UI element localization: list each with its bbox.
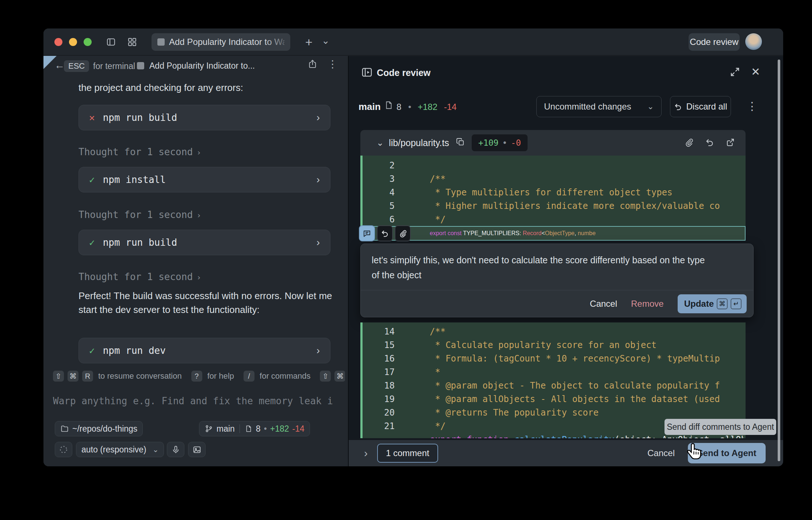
tab-add-popularity-indicator[interactable]: Add Popularity Indicator to Wa bbox=[152, 33, 290, 51]
code-text: * @returns The popularity score bbox=[430, 408, 598, 418]
code-line[interactable]: 18 * @param object - The object to calcu… bbox=[363, 379, 746, 392]
code-line[interactable]: 3/** bbox=[363, 172, 746, 186]
files-count: 8 bbox=[397, 102, 401, 112]
cmd-key-icon: ⌘ bbox=[717, 298, 728, 309]
question-key-icon: ? bbox=[191, 371, 202, 382]
open-external-icon[interactable] bbox=[725, 137, 735, 149]
share-icon[interactable] bbox=[307, 59, 318, 71]
collapse-chevron-icon[interactable]: ⌄ bbox=[376, 138, 384, 148]
attach-file-icon[interactable] bbox=[684, 137, 694, 149]
tab-task-icon bbox=[157, 38, 165, 46]
command-input[interactable]: Warp anything e.g. Find and fix the memo… bbox=[53, 395, 341, 406]
agent-message-success: Perfect! The build was successful with n… bbox=[78, 289, 334, 317]
microphone-button[interactable] bbox=[167, 442, 184, 457]
titlebar: Add Popularity Indicator to Wa + ⌄ Code … bbox=[43, 28, 783, 56]
thought-chevron-icon: › bbox=[196, 273, 201, 282]
model-selector-dropdown[interactable]: auto (responsive) ⌄ bbox=[76, 442, 164, 457]
minimize-window-button[interactable] bbox=[69, 38, 77, 46]
code-line[interactable]: 5 * Higher multipliers indicate more com… bbox=[363, 199, 746, 213]
agent-spinner-button[interactable] bbox=[55, 442, 72, 457]
pointer-cursor bbox=[685, 442, 704, 461]
kebab-menu-icon[interactable]: ⋮ bbox=[328, 58, 338, 70]
command-block-npm-run-build-failed[interactable]: ✕ npm run build › bbox=[78, 105, 330, 130]
code-line[interactable]: 6 */ bbox=[363, 213, 746, 226]
thought-row[interactable]: Thought for 1 second› bbox=[78, 146, 201, 157]
changes-filter-dropdown[interactable]: Uncommitted changes ⌄ bbox=[536, 96, 662, 117]
command-text: npm run dev bbox=[103, 345, 166, 356]
line-number: 3 bbox=[363, 174, 395, 184]
comment-bubble-button[interactable] bbox=[359, 225, 375, 241]
tab-list-chevron-icon[interactable]: ⌄ bbox=[319, 35, 332, 46]
code-line[interactable]: 15 * Calculate popularity score for an o… bbox=[363, 338, 746, 352]
code-line[interactable]: 4 * Type multipliers for different objec… bbox=[363, 186, 746, 199]
command-block-npm-install[interactable]: ✓ npm install › bbox=[78, 167, 330, 192]
line-number: 2 bbox=[363, 160, 395, 171]
diff-added-block: 2 3/** 4 * Type multipliers for differen… bbox=[360, 156, 746, 241]
terminal-pane: ← ESC for terminal Add Popularity Indica… bbox=[43, 56, 348, 466]
command-text: npm run build bbox=[103, 237, 177, 248]
command-block-npm-run-dev[interactable]: ✓ npm run dev › bbox=[78, 338, 330, 363]
comment-cancel-button[interactable]: Cancel bbox=[590, 299, 617, 309]
comment-update-button[interactable]: Update ⌘ ↵ bbox=[678, 294, 747, 313]
expand-panel-icon[interactable] bbox=[729, 66, 741, 79]
code-line[interactable]: 2 bbox=[363, 158, 746, 172]
comment-line: of the object bbox=[372, 268, 742, 283]
close-window-button[interactable] bbox=[54, 38, 62, 46]
code-line[interactable]: 16 * Formula: (tagCount * 10 + recencySc… bbox=[363, 352, 746, 365]
line-number: 16 bbox=[363, 353, 395, 364]
code-text: * Type multipliers for different object … bbox=[430, 187, 673, 198]
back-icon[interactable]: ← bbox=[54, 60, 65, 71]
attach-line-button[interactable] bbox=[395, 225, 411, 241]
revert-line-button[interactable] bbox=[377, 225, 393, 241]
file-header[interactable]: ⌄ lib/popularity.ts +109 • -0 bbox=[360, 130, 746, 156]
command-block-npm-run-build[interactable]: ✓ npm run build › bbox=[78, 230, 330, 255]
shift-key-icon: ⇧ bbox=[320, 371, 331, 382]
sidebar-toggle-icon[interactable] bbox=[105, 36, 117, 48]
comment-count-badge[interactable]: 1 comment bbox=[377, 444, 438, 463]
comment-remove-button[interactable]: Remove bbox=[631, 299, 663, 309]
cmd-key-icon: ⌘ bbox=[68, 371, 78, 382]
close-panel-icon[interactable]: ✕ bbox=[751, 65, 760, 78]
commented-code-line[interactable]: export const TYPE_MULTIPLIERS: Record<Ob… bbox=[363, 226, 746, 241]
comments-chevron-icon[interactable]: › bbox=[364, 447, 368, 459]
hint-label: to resume conversation bbox=[98, 371, 182, 381]
copy-path-icon[interactable] bbox=[456, 137, 465, 148]
expand-chevron-icon[interactable]: › bbox=[317, 112, 320, 123]
code-text: /** bbox=[430, 174, 445, 184]
expand-chevron-icon[interactable]: › bbox=[317, 237, 320, 248]
code-line[interactable]: 20 * @returns The popularity score bbox=[363, 406, 746, 419]
expand-chevron-icon[interactable]: › bbox=[317, 345, 320, 356]
success-icon: ✓ bbox=[89, 174, 95, 185]
code-line[interactable]: 17 * bbox=[363, 365, 746, 379]
zoom-window-button[interactable] bbox=[84, 38, 92, 46]
avatar[interactable] bbox=[745, 33, 762, 50]
panel-scrollbar[interactable] bbox=[778, 60, 780, 461]
folder-icon bbox=[60, 424, 69, 433]
git-status-pill[interactable]: main 8 • +182 -14 bbox=[199, 421, 310, 436]
thought-row[interactable]: Thought for 1 second› bbox=[78, 209, 201, 220]
attach-image-button[interactable] bbox=[188, 442, 206, 457]
code-line[interactable]: 14/** bbox=[363, 325, 746, 338]
update-label: Update bbox=[684, 299, 714, 309]
code-review-titlebar-button[interactable]: Code review bbox=[689, 33, 740, 51]
esc-hint-label: for terminal bbox=[93, 61, 135, 71]
command-text: npm install bbox=[103, 174, 166, 185]
thought-label: Thought for 1 second bbox=[78, 209, 193, 220]
footer-cancel-button[interactable]: Cancel bbox=[647, 448, 675, 458]
slash-key-icon: / bbox=[244, 371, 254, 382]
code-line[interactable]: 19 * @param allObjects - All objects in … bbox=[363, 392, 746, 406]
branch-icon bbox=[204, 424, 213, 433]
working-directory-pill[interactable]: ~/repos/do-things bbox=[55, 421, 143, 436]
hint-label: for commands bbox=[260, 371, 310, 381]
comment-text-input[interactable]: let's simplify this, we don't need to ca… bbox=[361, 244, 753, 290]
expand-chevron-icon[interactable]: › bbox=[317, 174, 320, 186]
discard-all-button[interactable]: Discard all bbox=[670, 96, 731, 117]
revert-file-icon[interactable] bbox=[705, 137, 715, 149]
new-tab-button[interactable]: + bbox=[303, 36, 315, 48]
microphone-icon bbox=[171, 445, 180, 454]
thought-row[interactable]: Thought for 1 second› bbox=[78, 271, 201, 282]
additions-count: +182 bbox=[270, 424, 289, 434]
more-options-icon[interactable]: ⋮ bbox=[747, 100, 758, 112]
grid-view-icon[interactable] bbox=[126, 36, 138, 48]
code-text: * Formula: (tagCount * 10 + recencyScore… bbox=[430, 353, 720, 364]
